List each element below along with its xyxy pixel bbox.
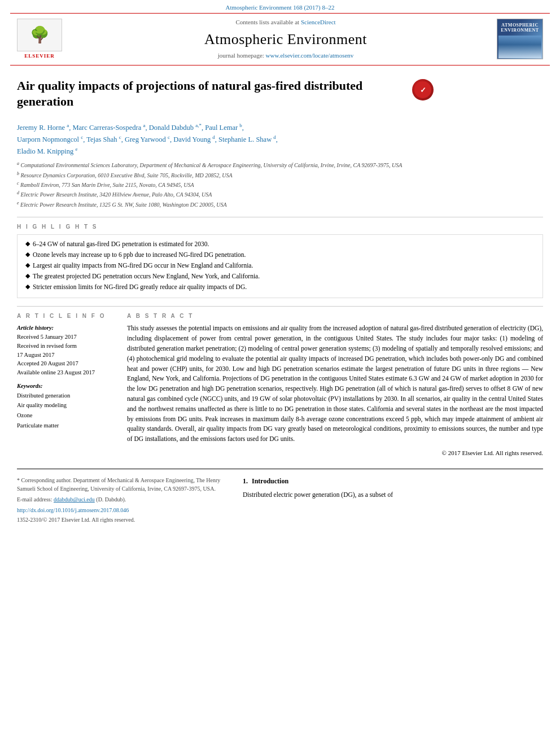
highlights-label: H I G H L I G H T S [17,223,543,231]
keyword-1: Distributed generation [17,391,116,401]
journal-cover: ATMOSPHERICENVIRONMENT [497,19,543,59]
svg-text:✓: ✓ [420,86,426,94]
homepage-link[interactable]: www.elsevier.com/locate/atmosenv [266,52,354,59]
issn-line: 1352-2310/© 2017 Elsevier Ltd. All right… [17,516,231,524]
journal-citation-bar: Atmospheric Environment 168 (2017) 8–22 [0,0,560,13]
abstract-text: This study assesses the potential impact… [127,324,543,444]
article-content: Air quality impacts of projections of na… [0,65,560,469]
elsevier-logo-box: 🌳 [17,19,62,51]
highlight-text-5: Stricter emission limits for NG-fired DG… [33,282,247,291]
journal-header-left: 🌳 ELSEVIER [17,19,79,60]
elsevier-tree-icon: 🌳 [30,27,50,43]
bullet-3: ◆ [25,261,30,269]
received-revised-label: Received in revised form [17,342,116,351]
doi-link[interactable]: http://dx.doi.org/10.1016/j.atmosenv.201… [17,506,231,514]
highlight-item-1: ◆ 6–24 GW of natural gas-fired DG penetr… [25,239,535,248]
intro-title: 1. Introduction [243,476,543,487]
keywords-group: Keywords: Distributed generation Air qua… [17,382,116,431]
sciencedirect-link[interactable]: ScienceDirect [301,19,336,25]
right-column: A B S T R A C T This study assesses the … [127,312,543,457]
keyword-4: Particulate matter [17,421,116,431]
crossmark: ✓ [412,79,434,101]
affiliation-c: c Ramboll Environ, 773 San Marin Drive, … [17,180,543,189]
intro-text: Distributed electric power generation (D… [243,490,543,500]
highlights-box: ◆ 6–24 GW of natural gas-fired DG penetr… [17,234,543,298]
email-note: (D. Dabdub). [96,496,126,503]
divider-2 [17,306,543,307]
page-bottom: * Corresponding author. Department of Me… [17,469,543,524]
highlight-item-4: ◆ The greatest projected DG penetration … [25,272,535,281]
email-link[interactable]: ddabdub@uci.edu [54,496,95,503]
highlight-item-2: ◆ Ozone levels may increase up to 6 ppb … [25,250,535,259]
journal-header: 🌳 ELSEVIER Contents lists available at S… [10,13,550,65]
homepage-line: journal homepage: www.elsevier.com/locat… [85,51,487,60]
two-column-section: A R T I C L E I N F O Article history: R… [17,312,543,457]
intro-section: 1. Introduction Distributed electric pow… [243,476,543,500]
divider-1 [17,217,543,217]
copyright-line: © 2017 Elsevier Ltd. All rights reserved… [127,449,543,457]
journal-header-center: Contents lists available at ScienceDirec… [79,18,492,60]
accepted-date: Accepted 20 August 2017 [17,359,116,368]
affiliation-d: d Electric Power Research Institute, 342… [17,190,543,199]
contents-line: Contents lists available at ScienceDirec… [85,18,487,27]
affiliation-e: e Electric Power Research Institute, 132… [17,200,543,209]
available-date: Available online 23 August 2017 [17,368,116,377]
affiliation-a: a Computational Environmental Sciences L… [17,160,543,169]
email-line: E-mail address: ddabdub@uci.edu (D. Dabd… [17,495,231,504]
journal-title: Atmospheric Environment [85,29,487,50]
highlight-text-2: Ozone levels may increase up to 6 ppb du… [33,250,246,259]
highlight-item-5: ◆ Stricter emission limits for NG-fired … [25,282,535,291]
left-column: A R T I C L E I N F O Article history: R… [17,312,116,457]
bullet-1: ◆ [25,239,30,248]
elsevier-label: ELSEVIER [24,53,55,60]
revised-date: 17 August 2017 [17,351,116,360]
history-label: Article history: [17,324,116,333]
highlight-text-1: 6–24 GW of natural gas-fired DG penetrat… [33,239,209,248]
keyword-3: Ozone [17,410,116,421]
cover-title-text: ATMOSPHERICENVIRONMENT [498,20,541,36]
keywords-label: Keywords: [17,382,116,391]
journal-header-right: ATMOSPHERICENVIRONMENT [492,19,543,59]
abstract-label: A B S T R A C T [127,312,543,320]
highlight-text-4: The greatest projected DG penetration oc… [33,272,260,281]
keyword-2: Air quality modeling [17,400,116,410]
authors-list: Jeremy R. Horne a, Marc Carreras-Sospedr… [17,121,543,157]
article-info-block: Article history: Received 5 January 2017… [17,324,116,431]
highlight-text-3: Largest air quality impacts from NG-fire… [33,261,253,270]
bullet-2: ◆ [25,250,30,259]
intro-title-text: Introduction [252,477,288,485]
bullet-5: ◆ [25,282,30,291]
crossmark-icon: ✓ [412,79,434,101]
article-title: Air quality impacts of projections of na… [17,78,412,110]
highlight-item-3: ◆ Largest air quality impacts from NG-fi… [25,261,535,270]
elsevier-logo: 🌳 ELSEVIER [17,19,62,60]
bottom-right: 1. Introduction Distributed electric pow… [243,476,543,524]
bullet-4: ◆ [25,272,30,280]
journal-citation: Atmospheric Environment 168 (2017) 8–22 [225,4,334,11]
affiliations: a Computational Environmental Sciences L… [17,160,543,209]
bottom-left: * Corresponding author. Department of Me… [17,476,231,524]
email-label: E-mail address: [17,496,52,503]
article-info-label: A R T I C L E I N F O [17,312,116,320]
affiliation-b: b Resource Dynamics Corporation, 6010 Ex… [17,171,543,180]
article-history: Article history: Received 5 January 2017… [17,324,116,377]
corresponding-note: * Corresponding author. Department of Me… [17,476,231,493]
keywords-list: Distributed generation Air quality model… [17,391,116,431]
page: Atmospheric Environment 168 (2017) 8–22 … [0,0,560,747]
received-date: Received 5 January 2017 [17,333,116,342]
intro-section-num: 1. [243,477,248,485]
